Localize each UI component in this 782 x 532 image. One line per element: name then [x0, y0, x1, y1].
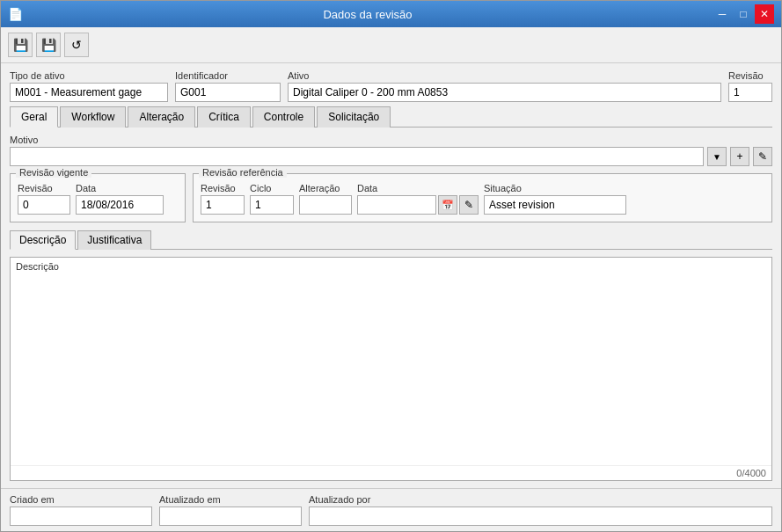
main-tabs: Geral Workflow Alteração Crítica Control…: [10, 106, 772, 128]
main-window: 📄 Dados da revisão ─ □ ✕ 💾 💾 ↺ Tipo de a…: [0, 0, 782, 532]
tab-geral[interactable]: Geral: [10, 106, 58, 128]
revisao-vigente-fields: Revisão Data: [18, 183, 178, 215]
identificador-label: Identificador: [175, 70, 281, 81]
descricao-textarea[interactable]: [11, 273, 771, 465]
ref-ciclo-input[interactable]: [250, 195, 294, 215]
save-button[interactable]: 💾: [8, 33, 33, 57]
ref-revisao-input[interactable]: [201, 195, 245, 215]
calendar-button[interactable]: 📅: [438, 195, 457, 215]
form-header: Tipo de ativo Identificador Ativo Revisã…: [1, 63, 781, 106]
save-as-button[interactable]: 💾: [36, 33, 61, 57]
maximize-button[interactable]: □: [734, 4, 753, 24]
tab-alteracao[interactable]: Alteração: [128, 106, 195, 128]
ref-ciclo-group: Ciclo: [250, 183, 294, 215]
window-icon: 📄: [8, 7, 23, 21]
titlebar-buttons: ─ □ ✕: [713, 4, 774, 24]
tipo-ativo-label: Tipo de ativo: [10, 70, 168, 81]
atualizado-por-input[interactable]: [309, 506, 772, 526]
main-content: Motivo ▼ + ✎ Revisão vigente Revisão: [1, 128, 781, 488]
motivo-select[interactable]: [10, 147, 704, 166]
atualizado-por-group: Atualizado por: [309, 494, 772, 526]
revisao-vigente-panel: Revisão vigente Revisão Data: [10, 173, 186, 222]
motivo-label: Motivo: [10, 135, 772, 145]
toolbar: 💾 💾 ↺: [1, 27, 781, 63]
atualizado-em-label: Atualizado em: [159, 494, 302, 505]
subtab-descricao[interactable]: Descrição: [10, 230, 76, 250]
identificador-group: Identificador: [175, 70, 281, 102]
ativo-input[interactable]: [288, 83, 721, 102]
motivo-select-row: ▼ + ✎: [10, 147, 772, 166]
vigente-data-label: Data: [76, 183, 164, 193]
criado-em-input[interactable]: [10, 506, 152, 526]
tipo-ativo-input[interactable]: [10, 83, 168, 102]
situacao-input[interactable]: [484, 195, 626, 215]
ref-alteracao-input[interactable]: [299, 195, 352, 215]
subtab-justificativa[interactable]: Justificativa: [77, 230, 151, 250]
tab-critica[interactable]: Crítica: [197, 106, 251, 128]
descricao-section: Descrição 0/4000: [10, 257, 772, 481]
window-title: Dados da revisão: [23, 8, 713, 21]
revisao-referencia-fields: Revisão Ciclo Alteração Data: [201, 183, 764, 215]
descricao-label: Descrição: [11, 258, 771, 273]
close-button[interactable]: ✕: [755, 4, 774, 24]
revisao-label: Revisão: [728, 70, 772, 81]
ref-alteracao-group: Alteração: [299, 183, 352, 215]
atualizado-em-input[interactable]: [159, 506, 302, 526]
tab-solicitacao[interactable]: Solicitação: [317, 106, 391, 128]
tab-workflow[interactable]: Workflow: [60, 106, 126, 128]
motivo-edit-button[interactable]: ✎: [753, 147, 772, 166]
vigente-revisao-input[interactable]: [18, 195, 70, 215]
motivo-dropdown-arrow[interactable]: ▼: [707, 147, 727, 166]
vigente-data-input[interactable]: [76, 195, 164, 215]
ref-data-group: Data 📅 ✎: [357, 183, 479, 215]
revisao-referencia-panel: Revisão referência Revisão Ciclo Alteraç…: [193, 173, 772, 222]
revisao-group: Revisão: [728, 70, 772, 102]
situacao-label: Situação: [484, 183, 626, 193]
motivo-add-button[interactable]: +: [730, 147, 749, 166]
tabs-container: Geral Workflow Alteração Crítica Control…: [1, 106, 781, 128]
vigente-revisao-group: Revisão: [18, 183, 70, 215]
tipo-ativo-group: Tipo de ativo: [10, 70, 168, 102]
ref-data-label: Data: [357, 183, 479, 193]
ref-data-input[interactable]: [357, 195, 436, 215]
titlebar: 📄 Dados da revisão ─ □ ✕: [1, 1, 781, 27]
revision-panels: Revisão vigente Revisão Data Revisão ref…: [10, 173, 772, 222]
ativo-group: Ativo: [288, 70, 721, 102]
atualizado-em-group: Atualizado em: [159, 494, 302, 526]
ref-data-edit-button[interactable]: ✎: [459, 195, 479, 215]
criado-em-label: Criado em: [10, 494, 152, 505]
subtabs: Descrição Justificativa: [10, 230, 772, 250]
footer: Criado em Atualizado em Atualizado por: [1, 488, 781, 531]
atualizado-por-label: Atualizado por: [309, 494, 772, 505]
refresh-button[interactable]: ↺: [64, 33, 89, 57]
motivo-section: Motivo ▼ + ✎: [10, 135, 772, 166]
revisao-input[interactable]: [728, 83, 772, 102]
identificador-input[interactable]: [175, 83, 281, 102]
tab-controle[interactable]: Controle: [252, 106, 315, 128]
situacao-group: Situação: [484, 183, 626, 215]
char-count: 0/4000: [11, 465, 771, 480]
ativo-label: Ativo: [288, 70, 721, 81]
revisao-vigente-title: Revisão vigente: [16, 167, 91, 178]
criado-em-group: Criado em: [10, 494, 152, 526]
revisao-referencia-title: Revisão referência: [199, 167, 287, 178]
ref-alteracao-label: Alteração: [299, 183, 352, 193]
ref-revisao-group: Revisão: [201, 183, 245, 215]
ref-ciclo-label: Ciclo: [250, 183, 294, 193]
vigente-revisao-label: Revisão: [18, 183, 70, 193]
minimize-button[interactable]: ─: [713, 4, 732, 24]
ref-revisao-label: Revisão: [201, 183, 245, 193]
vigente-data-group: Data: [76, 183, 164, 215]
